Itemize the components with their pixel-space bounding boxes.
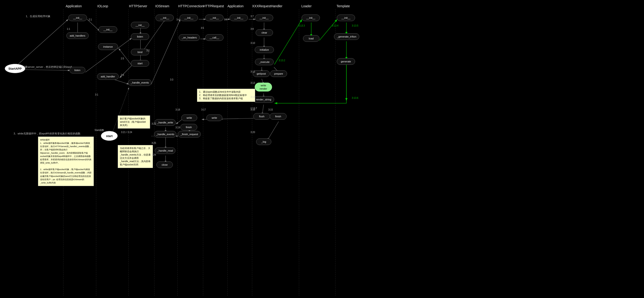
- node-xxx-log[interactable]: _log: [256, 138, 271, 145]
- node-ioloop-start[interactable]: start: [101, 131, 118, 141]
- lane-header-loader: Loader: [301, 4, 312, 8]
- node-hconn-on-headers[interactable]: _on_headers: [179, 34, 200, 41]
- step-315: 3:15: [268, 108, 273, 111]
- svg-line-15: [87, 19, 100, 31]
- step-125: 3:25: [152, 142, 156, 144]
- step-122: 3:22: [152, 123, 156, 125]
- step-33: 3:3: [170, 78, 173, 81]
- annotation-1: 1、生成应用程序对象: [26, 15, 50, 18]
- node-startapp[interactable]: StartAPP: [5, 64, 25, 73]
- step-126: 3:26: [152, 153, 156, 156]
- node-hs-handle-events[interactable]: _handle_events: [128, 79, 152, 86]
- step-313: 3:13: [250, 82, 255, 84]
- step-1136: 3:13.6: [352, 97, 358, 99]
- node-app2-init[interactable]: __init__: [230, 15, 248, 21]
- step-1132: 3:13.2: [278, 59, 285, 62]
- node-hreq-call[interactable]: __call__: [205, 34, 224, 41]
- node-hconn-finish-request[interactable]: _finish_request: [178, 131, 201, 138]
- node-template-init[interactable]: __init__: [337, 15, 355, 21]
- step-121: 3:21 / 3:24: [121, 131, 132, 134]
- node-hconn-write[interactable]: write: [181, 115, 197, 121]
- note-1: 1、通过open函数从html文件中读取内容 2、将处理请求后的数据嵌套到htm…: [197, 89, 255, 102]
- node-xxx-clear[interactable]: clear: [256, 29, 273, 36]
- step-36: 3:6: [224, 18, 228, 21]
- node-xxx-flush[interactable]: flush: [253, 113, 270, 120]
- svg-line-21: [119, 48, 132, 66]
- node-template-generate[interactable]: generate: [337, 58, 355, 65]
- lane-header-application1: Application: [66, 4, 82, 8]
- step-314: 3:14: [250, 96, 255, 98]
- start-func-label: Start函数: [94, 129, 104, 132]
- step-320: 3:20: [250, 131, 255, 134]
- step-312: 3:12: [250, 70, 255, 73]
- node-ios-handle-read[interactable]: _handle_read: [155, 147, 176, 154]
- lane-header-xxxhandler: XXXRequestHandler: [252, 4, 282, 8]
- node-hreq-write[interactable]: write: [206, 115, 222, 121]
- note-4: While循环 1、while循环服务端socket对象；服务端socket句柄…: [38, 137, 94, 186]
- step-25: 2:5: [121, 57, 124, 60]
- step-37: 3:7: [250, 15, 254, 18]
- node-ioloop-instance[interactable]: instance: [98, 43, 118, 50]
- step-34: 3:4: [176, 18, 180, 21]
- lane-header-httpserver: HTTPServer: [129, 4, 147, 8]
- arrows-svg: [0, 0, 644, 298]
- step-35: 3:5: [201, 27, 204, 29]
- note-3: 当处回请求给客户端之后，大概80秒后会再执行_handle_events方法，但…: [118, 145, 153, 168]
- step-310: 3:10: [250, 42, 255, 44]
- node-hs-init[interactable]: __init__: [131, 22, 149, 28]
- node-xxx-render-string[interactable]: render_string: [253, 96, 274, 103]
- lane-header-iostream: IOStream: [155, 4, 169, 8]
- node-xxx-finish[interactable]: finish: [270, 113, 286, 120]
- node-hreq-init[interactable]: __init__: [205, 15, 224, 21]
- step-318: 3:18: [176, 108, 180, 111]
- step-319: 3:19: [176, 126, 180, 129]
- node-xxx-prepare[interactable]: prepare: [270, 70, 287, 77]
- svg-line-49: [110, 88, 129, 138]
- step-21: 2:1: [89, 18, 92, 21]
- node-app-add-handlers[interactable]: add_handlers: [66, 32, 89, 39]
- node-ios-close[interactable]: close: [156, 161, 173, 168]
- node-hs-listen[interactable]: listen: [131, 33, 149, 40]
- svg-line-46: [176, 119, 182, 124]
- lane-header-template: Template: [336, 4, 350, 8]
- node-xxx-execute[interactable]: _execute: [255, 59, 274, 65]
- node-xxx-init[interactable]: __init__: [255, 15, 273, 21]
- node-xxx-initialize[interactable]: initialize: [255, 47, 274, 53]
- node-hs-start[interactable]: start: [131, 60, 149, 67]
- node-loader-init[interactable]: __init__: [302, 15, 320, 21]
- annotation-3: 3、while无限循环中，把epoll中的所有变化执行相应的函数: [14, 132, 80, 135]
- node-hconn-finish[interactable]: finish: [180, 124, 197, 130]
- step-32: 3:2: [146, 49, 150, 52]
- step-317: 3:17: [201, 108, 206, 111]
- node-app-init[interactable]: __init__: [68, 15, 87, 21]
- step-1133a: 3:13.3: [298, 25, 305, 27]
- node-loader-load[interactable]: load: [303, 35, 320, 42]
- node-ioloop-add-handler[interactable]: add_handler: [97, 73, 119, 80]
- node-app-listen[interactable]: listen: [70, 67, 85, 74]
- note-2: 执行客户端socket对象的send方法（客户端socket来关闭）: [118, 115, 150, 129]
- node-ios-handle-events[interactable]: _handle_events: [154, 131, 176, 138]
- lane-header-httpconnection: HTTPConnection: [178, 4, 203, 8]
- svg-line-13: [16, 19, 68, 66]
- svg-line-48: [267, 122, 278, 140]
- node-ioloop-init[interactable]: __init__: [98, 26, 117, 33]
- annotation-2: 2、创建server_server，然后把绑定端口到epoll: [18, 65, 72, 69]
- node-hconn-init[interactable]: __init__: [180, 15, 198, 21]
- step-26: 2:6: [121, 74, 124, 76]
- lane-header-application2: Application: [228, 4, 244, 8]
- svg-line-25: [151, 19, 180, 84]
- svg-line-36: [274, 19, 302, 65]
- svg-line-17: [85, 38, 132, 72]
- lane-header-ioloop: IOLoop: [97, 4, 108, 8]
- step-11: 1:1: [67, 28, 70, 30]
- step-1137: 1:13.7: [250, 107, 257, 110]
- diagram-container: Application IOLoop HTTPServer IOStream H…: [0, 0, 644, 298]
- node-xxx-write-render[interactable]: write render: [255, 83, 272, 92]
- step-38: 3:8: [250, 28, 254, 30]
- lane-header-httprequest: HTTPRequest: [203, 4, 224, 8]
- node-ios-init[interactable]: __init__: [156, 15, 174, 21]
- step-1135: 3:13.5: [352, 25, 358, 27]
- node-template-generate-ir[interactable]: _generate_ir/tion: [334, 33, 359, 40]
- node-xxx-get-post[interactable]: get/post: [253, 70, 270, 77]
- node-ios-handle-write[interactable]: _handle_write: [154, 119, 176, 126]
